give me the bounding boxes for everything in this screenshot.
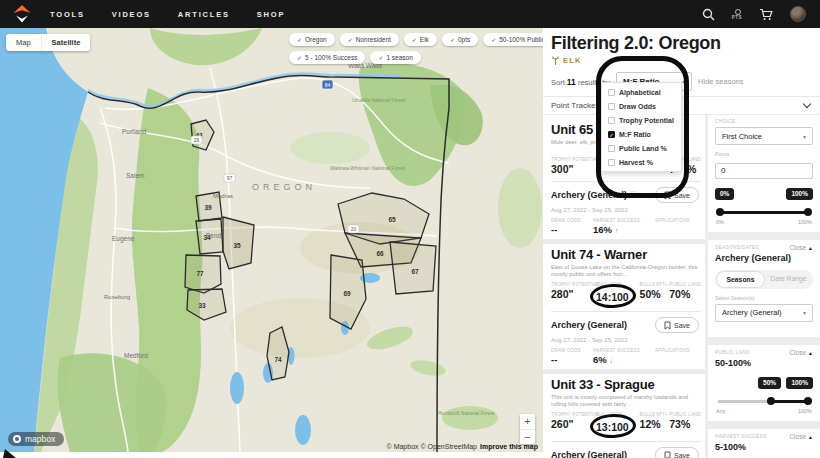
stat-header: HARVEST SUCCESS: [593, 218, 655, 223]
slider-max-label: 100%: [798, 408, 812, 414]
unit-label: 35: [233, 242, 241, 249]
stat-header: BULLS 6PT+: [640, 412, 670, 417]
zoom-out-button[interactable]: −: [520, 429, 535, 444]
stat-header: DRAW ODDS: [551, 218, 593, 223]
map-attribution[interactable]: © Mapbox © OpenStreetMapImprove this map: [387, 443, 538, 450]
section-label: CHOICE: [715, 119, 813, 124]
chip-season[interactable]: ✓1 season: [370, 51, 420, 64]
unit-label: 67: [411, 268, 419, 275]
hide-seasons-link[interactable]: Hide seasons: [698, 77, 743, 86]
points-input[interactable]: [715, 163, 813, 179]
chip-elk[interactable]: ✓Elk: [404, 33, 437, 46]
choice-select[interactable]: First Choice▾: [715, 127, 813, 145]
point-tracker-icon[interactable]: PTS: [732, 9, 742, 20]
info-icon[interactable]: ⓘ: [630, 190, 637, 200]
user-avatar[interactable]: [790, 6, 806, 22]
stat-header: BULLS 6PT+: [640, 282, 670, 287]
close-seasons-link[interactable]: Close▲: [789, 244, 813, 251]
forest-label: Wallowa-Whitman National Forest: [330, 165, 406, 171]
save-button[interactable]: Save: [655, 447, 699, 458]
stat-header: HARVEST SUCCESS: [593, 348, 655, 353]
collapse-icon: ▲: [808, 245, 813, 251]
tab-seasons[interactable]: Seasons: [716, 271, 765, 288]
close-harvest-link[interactable]: Close▲: [789, 433, 813, 440]
nav-item-videos[interactable]: VIDEOS: [112, 10, 151, 19]
season-select[interactable]: Archery (General)▾: [715, 304, 813, 322]
check-icon: ✓: [297, 36, 302, 43]
unit-label: 65: [388, 216, 396, 223]
results-panel: Filtering 2.0: Oregon ELK Sort 11 result…: [543, 28, 820, 458]
filter-panel: CHOICE First Choice▾ Points 0% 100% 0%10…: [705, 115, 820, 458]
bookmark-icon: [664, 321, 671, 330]
public-land-range: 50-100%: [715, 358, 813, 368]
sort-option-draw-odds[interactable]: Draw Odds: [602, 99, 681, 113]
nav-item-articles[interactable]: ARTICLES: [178, 10, 230, 19]
nav-item-shop[interactable]: SHOP: [257, 10, 285, 19]
sort-option-public-land[interactable]: Public Land %: [602, 141, 681, 155]
bullcow-value: 14:100: [596, 291, 629, 303]
tab-date-range[interactable]: Date Range: [765, 271, 812, 288]
checkbox-icon: [608, 159, 615, 166]
zoom-in-button[interactable]: +: [520, 414, 535, 429]
slider-handle-min[interactable]: [767, 397, 775, 405]
unit-description: This unit is mostly composed of marshy l…: [551, 394, 701, 408]
section-label: SEASONS/DATES: [715, 245, 759, 250]
map-button[interactable]: Map: [6, 34, 41, 51]
map-canvas[interactable]: 42 39 34 35 77 33 74 65 66 67 69 26 97 2…: [0, 28, 543, 452]
harvest-section: HARVEST SUCCESS Close▲ 5-100% 5% 100%: [708, 429, 820, 458]
shield-label: 26: [194, 137, 200, 143]
check-icon: ✓: [378, 54, 383, 61]
seasons-value: Archery (General): [715, 253, 813, 263]
close-public-land-link[interactable]: Close▲: [789, 349, 813, 356]
checkbox-icon: [608, 103, 615, 110]
season-dates: Aug 27, 2022 - Sep 25, 2022: [551, 207, 701, 213]
stat-header: APPLICATIONS: [655, 348, 701, 353]
mapbox-logo[interactable]: mapbox: [8, 432, 64, 446]
gohunt-logo-icon[interactable]: [12, 4, 32, 24]
map-graphics: 42 39 34 35 77 33 74 65 66 67 69 26 97 2…: [0, 28, 543, 452]
slider-handle-max[interactable]: [804, 397, 812, 405]
unit-title[interactable]: Unit 33 - Sprague: [551, 377, 701, 392]
season-name: Archery (General): [551, 450, 627, 458]
chip-public-land[interactable]: ✓50-100% Public: [483, 33, 543, 46]
slider-handle-max[interactable]: [804, 208, 812, 216]
cart-icon[interactable]: [759, 8, 773, 21]
city-label: Madras: [213, 193, 233, 199]
min-odds-badge: 0%: [715, 188, 734, 200]
odds-slider[interactable]: [718, 211, 810, 214]
unit-title[interactable]: Unit 74 - Warner: [551, 247, 701, 262]
search-icon[interactable]: [702, 8, 715, 21]
sort-option-mf-ratio[interactable]: M:F Ratio: [602, 127, 681, 141]
save-button[interactable]: Save: [655, 187, 699, 203]
page-title: Filtering 2.0: Oregon: [543, 28, 820, 55]
draw-odds-value: --: [551, 224, 593, 235]
sort-dropdown-menu: Alphabetical Draw Odds Trophy Potential …: [601, 82, 682, 172]
satellite-button[interactable]: Satellite: [41, 34, 91, 51]
chip-nonresident[interactable]: ✓Nonresident: [340, 33, 399, 46]
slider-handle-min[interactable]: [716, 208, 724, 216]
bullcow-value: 13:100: [596, 421, 629, 433]
season-dates: Aug 27, 2022 - Sep 25, 2022: [551, 337, 701, 343]
chevron-down-icon[interactable]: [803, 100, 811, 108]
chip-success[interactable]: ✓5 - 100% Success: [289, 51, 365, 64]
collapse-icon: ▲: [808, 350, 813, 356]
check-icon: ✓: [297, 54, 302, 61]
improve-map-link[interactable]: Improve this map: [480, 443, 538, 450]
shield-label: 97: [227, 175, 233, 181]
unit-label: 77: [196, 270, 204, 277]
city-label: Portland: [122, 128, 147, 135]
chip-oregon[interactable]: ✓Oregon: [289, 33, 335, 46]
stat-header: PUBLIC LAND: [669, 412, 701, 417]
unit-description: East of Goose Lake on the California-Ore…: [551, 264, 701, 278]
chip-points[interactable]: ✓0pts: [442, 33, 478, 46]
sort-option-harvest[interactable]: Harvest %: [602, 155, 681, 169]
trophy-value: 260": [551, 418, 596, 430]
check-icon: ✓: [491, 36, 496, 43]
save-button[interactable]: Save: [655, 317, 699, 333]
sort-option-alphabetical[interactable]: Alphabetical: [602, 85, 681, 99]
sort-option-trophy-potential[interactable]: Trophy Potential: [602, 113, 681, 127]
checkbox-icon: [608, 145, 615, 152]
nav-item-tools[interactable]: TOOLS: [50, 10, 85, 19]
stat-header: APPLICATIONS: [655, 218, 701, 223]
public-land-slider[interactable]: [718, 400, 810, 403]
